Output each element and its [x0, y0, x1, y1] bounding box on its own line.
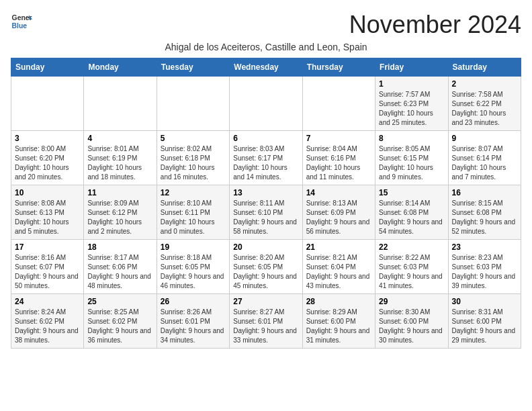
calendar-cell — [84, 77, 157, 131]
day-number: 30 — [452, 297, 517, 306]
day-number: 19 — [161, 242, 226, 252]
calendar-cell: 27Sunrise: 8:27 AMSunset: 6:01 PMDayligh… — [230, 294, 302, 349]
calendar-table: SundayMondayTuesdayWednesdayThursdayFrid… — [11, 58, 521, 349]
calendar-cell: 2Sunrise: 7:58 AMSunset: 6:22 PMDaylight… — [448, 77, 521, 131]
calendar-cell — [157, 77, 229, 131]
day-number: 10 — [15, 188, 80, 197]
calendar-cell: 28Sunrise: 8:29 AMSunset: 6:00 PMDayligh… — [302, 294, 375, 349]
calendar-cell: 24Sunrise: 8:24 AMSunset: 6:02 PMDayligh… — [11, 294, 84, 349]
calendar-week-row: 1Sunrise: 7:57 AMSunset: 6:23 PMDaylight… — [11, 77, 521, 131]
day-info: Sunrise: 8:11 AMSunset: 6:10 PMDaylight:… — [233, 199, 298, 236]
day-number: 29 — [379, 297, 444, 306]
day-number: 7 — [306, 134, 371, 143]
day-info: Sunrise: 8:27 AMSunset: 6:01 PMDaylight:… — [233, 308, 298, 345]
header-wednesday: Wednesday — [230, 58, 302, 77]
day-info: Sunrise: 8:29 AMSunset: 6:00 PMDaylight:… — [306, 308, 371, 345]
calendar-header-row: SundayMondayTuesdayWednesdayThursdayFrid… — [11, 58, 521, 77]
calendar-week-row: 24Sunrise: 8:24 AMSunset: 6:02 PMDayligh… — [11, 294, 521, 349]
day-number: 2 — [452, 79, 517, 89]
calendar-cell: 5Sunrise: 8:02 AMSunset: 6:18 PMDaylight… — [157, 131, 229, 185]
calendar-cell: 1Sunrise: 7:57 AMSunset: 6:23 PMDaylight… — [375, 77, 448, 131]
day-number: 21 — [306, 242, 371, 252]
calendar-cell: 7Sunrise: 8:04 AMSunset: 6:16 PMDaylight… — [302, 131, 375, 185]
header-friday: Friday — [375, 58, 448, 77]
day-info: Sunrise: 8:09 AMSunset: 6:12 PMDaylight:… — [87, 199, 152, 236]
day-number: 4 — [87, 134, 152, 143]
day-number: 3 — [15, 134, 80, 143]
day-info: Sunrise: 8:21 AMSunset: 6:04 PMDaylight:… — [306, 253, 371, 291]
header-tuesday: Tuesday — [157, 58, 229, 77]
day-info: Sunrise: 8:30 AMSunset: 6:00 PMDaylight:… — [379, 308, 444, 345]
calendar-cell: 29Sunrise: 8:30 AMSunset: 6:00 PMDayligh… — [375, 294, 448, 349]
day-number: 24 — [15, 297, 80, 306]
header-sunday: Sunday — [11, 58, 84, 77]
day-number: 23 — [452, 242, 517, 252]
calendar-cell: 4Sunrise: 8:01 AMSunset: 6:19 PMDaylight… — [84, 131, 157, 185]
day-info: Sunrise: 8:22 AMSunset: 6:03 PMDaylight:… — [379, 253, 444, 291]
calendar-cell: 18Sunrise: 8:17 AMSunset: 6:06 PMDayligh… — [84, 240, 157, 294]
day-info: Sunrise: 8:02 AMSunset: 6:18 PMDaylight:… — [161, 144, 226, 182]
calendar-cell: 17Sunrise: 8:16 AMSunset: 6:07 PMDayligh… — [11, 240, 84, 294]
calendar-cell: 30Sunrise: 8:31 AMSunset: 6:00 PMDayligh… — [448, 294, 521, 349]
day-info: Sunrise: 8:15 AMSunset: 6:08 PMDaylight:… — [452, 199, 517, 236]
calendar-cell: 12Sunrise: 8:10 AMSunset: 6:11 PMDayligh… — [157, 185, 229, 240]
day-number: 12 — [161, 188, 226, 197]
day-info: Sunrise: 8:10 AMSunset: 6:11 PMDaylight:… — [161, 199, 226, 236]
day-number: 27 — [233, 297, 298, 306]
day-number: 6 — [233, 134, 298, 143]
day-info: Sunrise: 8:16 AMSunset: 6:07 PMDaylight:… — [15, 253, 80, 291]
day-number: 22 — [379, 242, 444, 252]
logo-icon: General Blue — [11, 11, 32, 32]
calendar-cell: 25Sunrise: 8:25 AMSunset: 6:02 PMDayligh… — [84, 294, 157, 349]
day-number: 18 — [87, 242, 152, 252]
day-info: Sunrise: 8:04 AMSunset: 6:16 PMDaylight:… — [306, 144, 371, 182]
calendar-week-row: 17Sunrise: 8:16 AMSunset: 6:07 PMDayligh… — [11, 240, 521, 294]
header-monday: Monday — [84, 58, 157, 77]
day-info: Sunrise: 8:03 AMSunset: 6:17 PMDaylight:… — [233, 144, 298, 182]
day-number: 1 — [379, 79, 444, 89]
calendar-cell: 3Sunrise: 8:00 AMSunset: 6:20 PMDaylight… — [11, 131, 84, 185]
calendar-week-row: 10Sunrise: 8:08 AMSunset: 6:13 PMDayligh… — [11, 185, 521, 240]
calendar-cell: 14Sunrise: 8:13 AMSunset: 6:09 PMDayligh… — [302, 185, 375, 240]
calendar-cell: 23Sunrise: 8:23 AMSunset: 6:03 PMDayligh… — [448, 240, 521, 294]
day-info: Sunrise: 8:26 AMSunset: 6:01 PMDaylight:… — [161, 308, 226, 345]
calendar-cell: 21Sunrise: 8:21 AMSunset: 6:04 PMDayligh… — [302, 240, 375, 294]
header-saturday: Saturday — [448, 58, 521, 77]
day-number: 5 — [161, 134, 226, 143]
day-number: 20 — [233, 242, 298, 252]
calendar-cell — [230, 77, 302, 131]
day-number: 28 — [306, 297, 371, 306]
day-info: Sunrise: 8:00 AMSunset: 6:20 PMDaylight:… — [15, 144, 80, 182]
calendar-cell: 26Sunrise: 8:26 AMSunset: 6:01 PMDayligh… — [157, 294, 229, 349]
day-info: Sunrise: 8:13 AMSunset: 6:09 PMDaylight:… — [306, 199, 371, 236]
day-number: 14 — [306, 188, 371, 197]
day-number: 17 — [15, 242, 80, 252]
calendar-cell: 15Sunrise: 8:14 AMSunset: 6:08 PMDayligh… — [375, 185, 448, 240]
calendar-cell: 16Sunrise: 8:15 AMSunset: 6:08 PMDayligh… — [448, 185, 521, 240]
location-subtitle: Ahigal de los Aceiteros, Castille and Le… — [11, 42, 521, 52]
day-info: Sunrise: 8:07 AMSunset: 6:14 PMDaylight:… — [452, 144, 517, 182]
day-info: Sunrise: 8:08 AMSunset: 6:13 PMDaylight:… — [15, 199, 80, 236]
day-number: 16 — [452, 188, 517, 197]
day-info: Sunrise: 8:23 AMSunset: 6:03 PMDaylight:… — [452, 253, 517, 291]
day-info: Sunrise: 8:05 AMSunset: 6:15 PMDaylight:… — [379, 144, 444, 182]
calendar-cell: 10Sunrise: 8:08 AMSunset: 6:13 PMDayligh… — [11, 185, 84, 240]
day-info: Sunrise: 8:18 AMSunset: 6:05 PMDaylight:… — [161, 253, 226, 291]
calendar-cell: 8Sunrise: 8:05 AMSunset: 6:15 PMDaylight… — [375, 131, 448, 185]
calendar-cell: 22Sunrise: 8:22 AMSunset: 6:03 PMDayligh… — [375, 240, 448, 294]
day-info: Sunrise: 7:58 AMSunset: 6:22 PMDaylight:… — [452, 90, 517, 128]
day-number: 8 — [379, 134, 444, 143]
calendar-cell: 6Sunrise: 8:03 AMSunset: 6:17 PMDaylight… — [230, 131, 302, 185]
calendar-cell — [11, 77, 84, 131]
logo: General Blue — [11, 11, 32, 32]
svg-text:Blue: Blue — [12, 22, 28, 30]
calendar-cell — [302, 77, 375, 131]
calendar-cell: 9Sunrise: 8:07 AMSunset: 6:14 PMDaylight… — [448, 131, 521, 185]
day-info: Sunrise: 8:14 AMSunset: 6:08 PMDaylight:… — [379, 199, 444, 236]
day-info: Sunrise: 8:20 AMSunset: 6:05 PMDaylight:… — [233, 253, 298, 291]
day-number: 13 — [233, 188, 298, 197]
day-number: 26 — [161, 297, 226, 306]
day-number: 9 — [452, 134, 517, 143]
day-info: Sunrise: 7:57 AMSunset: 6:23 PMDaylight:… — [379, 90, 444, 128]
day-info: Sunrise: 8:01 AMSunset: 6:19 PMDaylight:… — [87, 144, 152, 182]
